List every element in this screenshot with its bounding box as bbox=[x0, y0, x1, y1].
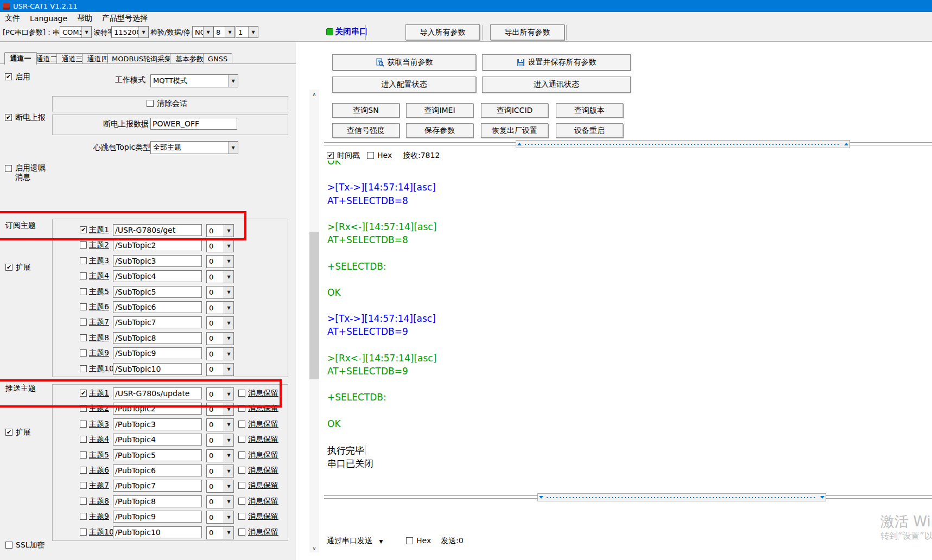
qos-select[interactable]: 0▼ bbox=[206, 332, 234, 345]
qos-select[interactable]: 0▼ bbox=[206, 224, 234, 237]
chevron-down-icon[interactable]: ▼ bbox=[228, 142, 238, 154]
topic-enable-checkbox[interactable] bbox=[80, 303, 87, 310]
topic-enable-checkbox[interactable] bbox=[80, 436, 87, 443]
topic-input[interactable] bbox=[113, 316, 202, 328]
qos-select[interactable]: 0▼ bbox=[206, 511, 234, 524]
chevron-down-icon[interactable]: ▼ bbox=[224, 450, 233, 462]
save-params-button[interactable]: 保存参数 bbox=[406, 123, 473, 138]
chevron-down-icon[interactable]: ▼ bbox=[224, 256, 233, 268]
close-port-button[interactable]: 关闭串口 bbox=[335, 27, 367, 37]
scroll-up-icon[interactable]: ∧ bbox=[309, 90, 319, 98]
splitter-arrow-icon[interactable] bbox=[539, 496, 543, 499]
topic-enable-checkbox[interactable] bbox=[80, 451, 87, 459]
topic-input[interactable] bbox=[113, 495, 202, 507]
qos-select[interactable]: 0▼ bbox=[206, 270, 234, 283]
enter-comm-button[interactable]: 进入通讯状态 bbox=[482, 77, 631, 93]
qos-select[interactable]: 0▼ bbox=[206, 495, 234, 508]
baud-select[interactable]: 115200▼ bbox=[111, 26, 149, 38]
topic-input[interactable] bbox=[113, 332, 202, 344]
databits-select[interactable]: 8▼ bbox=[213, 26, 235, 38]
scrollbar-thumb[interactable] bbox=[309, 232, 319, 379]
query-iccid-button[interactable]: 查询ICCID bbox=[481, 103, 548, 118]
bottom-splitter-handle[interactable] bbox=[537, 493, 826, 501]
retain-checkbox[interactable] bbox=[238, 421, 245, 428]
export-params-button[interactable]: 导出所有参数 bbox=[490, 24, 565, 40]
retain-checkbox[interactable] bbox=[238, 451, 245, 459]
top-splitter-handle[interactable] bbox=[516, 140, 850, 148]
chevron-down-icon[interactable]: ▼ bbox=[224, 302, 233, 314]
stopbits-select[interactable]: 1▼ bbox=[236, 26, 258, 38]
chevron-down-icon[interactable]: ▼ bbox=[224, 403, 233, 415]
topic-input[interactable] bbox=[113, 449, 202, 461]
topic-input[interactable] bbox=[113, 347, 202, 359]
chevron-down-icon[interactable]: ▼ bbox=[224, 333, 233, 345]
heartbeat-topic-select[interactable]: 全部主题▼ bbox=[150, 141, 238, 154]
chevron-down-icon[interactable]: ▼ bbox=[224, 225, 233, 237]
chevron-down-icon[interactable]: ▼ bbox=[228, 75, 238, 87]
topic-enable-checkbox[interactable]: ✔ bbox=[80, 390, 87, 397]
topic-input[interactable] bbox=[113, 464, 202, 476]
topic-enable-checkbox[interactable] bbox=[80, 288, 87, 295]
chevron-down-icon[interactable]: ▼ bbox=[224, 511, 233, 523]
scroll-down-icon[interactable]: ∨ bbox=[309, 544, 319, 552]
qos-select[interactable]: 0▼ bbox=[206, 239, 234, 252]
qos-select[interactable]: 0▼ bbox=[206, 387, 234, 400]
qos-select[interactable]: 0▼ bbox=[206, 316, 234, 329]
retain-checkbox[interactable] bbox=[238, 498, 245, 505]
topic-enable-checkbox[interactable]: ✔ bbox=[80, 226, 87, 233]
will-message-checkbox[interactable] bbox=[5, 165, 12, 172]
topic-input[interactable] bbox=[113, 387, 202, 399]
qos-select[interactable]: 0▼ bbox=[206, 526, 234, 539]
menu-file[interactable]: 文件 bbox=[0, 12, 25, 24]
tab-gnss[interactable]: GNSS bbox=[203, 53, 232, 64]
splitter-arrow-icon[interactable] bbox=[820, 496, 825, 499]
topic-enable-checkbox[interactable] bbox=[80, 529, 87, 536]
tab-modbus[interactable]: MODBUS轮询采集 bbox=[107, 53, 176, 64]
topic-enable-checkbox[interactable] bbox=[80, 241, 87, 249]
chevron-down-icon[interactable]: ▼ bbox=[224, 271, 233, 283]
topic-enable-checkbox[interactable] bbox=[80, 365, 87, 372]
import-params-button[interactable]: 导入所有参数 bbox=[405, 24, 480, 40]
chevron-down-icon[interactable]: ▼ bbox=[248, 27, 258, 37]
query-imei-button[interactable]: 查询IMEI bbox=[406, 103, 473, 118]
menu-help[interactable]: 帮助 bbox=[72, 12, 97, 24]
chevron-down-icon[interactable]: ▼ bbox=[81, 27, 91, 37]
clear-session-checkbox[interactable] bbox=[147, 100, 154, 107]
topic-input[interactable] bbox=[113, 511, 202, 523]
extend-pub-checkbox[interactable]: ✔ bbox=[5, 429, 12, 436]
qos-select[interactable]: 0▼ bbox=[206, 347, 234, 360]
com-port-select[interactable]: COM3▼ bbox=[60, 26, 92, 38]
topic-enable-checkbox[interactable] bbox=[80, 319, 87, 326]
chevron-down-icon[interactable]: ▼ bbox=[224, 348, 233, 360]
qos-select[interactable]: 0▼ bbox=[206, 363, 234, 376]
topic-input[interactable] bbox=[113, 286, 202, 298]
chevron-down-icon[interactable]: ▼ bbox=[224, 434, 233, 446]
menu-product-model[interactable]: 产品型号选择 bbox=[97, 12, 153, 24]
extend-sub-checkbox[interactable]: ✔ bbox=[5, 264, 12, 271]
topic-enable-checkbox[interactable] bbox=[80, 334, 87, 341]
chevron-down-icon[interactable]: ▼ bbox=[138, 27, 148, 37]
qos-select[interactable]: 0▼ bbox=[206, 255, 234, 268]
qos-select[interactable]: 0▼ bbox=[206, 449, 234, 462]
topic-input[interactable] bbox=[113, 480, 202, 492]
chevron-down-icon[interactable]: ▼ bbox=[224, 419, 233, 431]
set-save-params-button[interactable]: 设置并保存所有参数 bbox=[482, 54, 631, 71]
qos-select[interactable]: 0▼ bbox=[206, 418, 234, 431]
chevron-down-icon[interactable]: ▼ bbox=[224, 317, 233, 329]
chevron-down-icon[interactable]: ▼ bbox=[224, 364, 233, 376]
qos-select[interactable]: 0▼ bbox=[206, 434, 234, 447]
chevron-down-icon[interactable]: ▼ bbox=[224, 496, 233, 508]
topic-enable-checkbox[interactable] bbox=[80, 349, 87, 357]
topic-input[interactable] bbox=[113, 224, 202, 236]
topic-input[interactable] bbox=[113, 363, 202, 375]
send-via-serial-button[interactable]: 通过串口发送 ▼ bbox=[327, 536, 383, 546]
qos-select[interactable]: 0▼ bbox=[206, 464, 234, 478]
parity-select[interactable]: NONE▼ bbox=[192, 26, 213, 38]
device-restart-button[interactable]: 设备重启 bbox=[556, 123, 623, 138]
retain-checkbox[interactable] bbox=[238, 405, 245, 412]
qos-select[interactable]: 0▼ bbox=[206, 286, 234, 299]
topic-input[interactable] bbox=[113, 434, 202, 446]
query-sn-button[interactable]: 查询SN bbox=[332, 103, 400, 118]
topic-input[interactable] bbox=[113, 418, 202, 430]
retain-checkbox[interactable] bbox=[238, 529, 245, 536]
